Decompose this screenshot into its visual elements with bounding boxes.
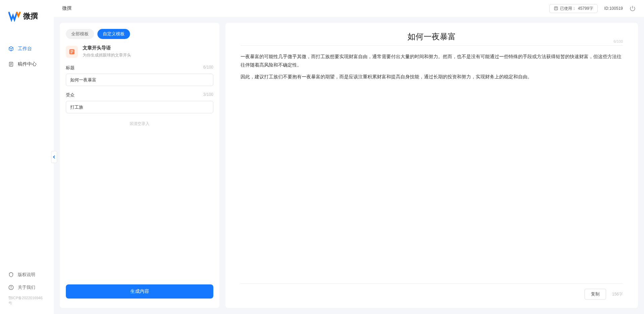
- usage-badge[interactable]: 已使用： 45799字: [549, 4, 597, 13]
- power-icon[interactable]: [630, 5, 636, 11]
- doc-icon: [8, 62, 14, 67]
- article-title-row: 如何一夜暴富 6/100: [241, 31, 623, 46]
- topbar: 微撰 已使用： 45799字 ID:100519: [54, 0, 644, 17]
- template-tabs: 全部模板 自定义模板: [60, 29, 219, 39]
- text-icon: [554, 6, 558, 11]
- cube-icon: [8, 46, 14, 51]
- audience-input[interactable]: [66, 101, 213, 113]
- template-name: 文章开头导语: [83, 45, 131, 51]
- output-panel: 如何一夜暴富 6/100 一夜暴富的可能性几乎微乎其微，而打工族想要实现财富自由…: [225, 23, 638, 308]
- template-header: 文章开头导语 为你生成抓眼球的文章开头: [60, 45, 219, 58]
- main-area: 微撰 已使用： 45799字 ID:100519 全部模板 自定义模板: [54, 0, 644, 314]
- sidebar-bottom: 版权说明 关于我们 鄂ICP备2022016946号: [0, 268, 54, 314]
- sidebar-item-label: 稿件中心: [18, 61, 37, 67]
- title-field-group: 标题 6/100: [60, 65, 219, 86]
- sidebar: 微撰 工作台 稿件中心: [0, 0, 54, 314]
- output-word-count: 156字: [612, 291, 623, 297]
- input-panel: 全部模板 自定义模板 文章开头导语 为你生成抓眼球的文章开头 标题: [60, 23, 219, 308]
- logo-icon: [8, 10, 20, 22]
- article-body: 一夜暴富的可能性几乎微乎其微，而打工族想要实现财富自由，通常需要付出大量的时间和…: [241, 52, 623, 85]
- tab-custom-templates[interactable]: 自定义模板: [97, 29, 130, 39]
- chevron-left-icon: [53, 155, 55, 159]
- usage-prefix: 已使用：: [560, 6, 576, 11]
- topbar-right: 已使用： 45799字 ID:100519: [549, 4, 636, 13]
- template-info: 文章开头导语 为你生成抓眼球的文章开头: [83, 45, 131, 58]
- sidebar-item-label: 工作台: [18, 46, 32, 52]
- logo: 微撰: [0, 10, 54, 22]
- audience-char-count: 3/100: [203, 92, 213, 98]
- audience-label: 受众: [66, 92, 75, 98]
- user-id: ID:100519: [604, 6, 623, 11]
- sidebar-collapse-handle[interactable]: [51, 151, 57, 163]
- info-icon: [8, 285, 14, 290]
- article-paragraph: 因此，建议打工族们不要抱有一夜暴富的期望，而是应该注重积累财富和提高自身技能，通…: [241, 73, 623, 81]
- sidebar-item-workbench[interactable]: 工作台: [0, 42, 54, 55]
- copy-button[interactable]: 复制: [585, 289, 606, 300]
- sidebar-item-copyright[interactable]: 版权说明: [0, 268, 54, 281]
- tab-all-templates[interactable]: 全部模板: [66, 29, 94, 39]
- shield-icon: [8, 272, 14, 277]
- content-area: 全部模板 自定义模板 文章开头导语 为你生成抓眼球的文章开头 标题: [54, 17, 644, 314]
- logo-text: 微撰: [23, 11, 38, 21]
- icp-text: 鄂ICP备2022016946号: [0, 294, 54, 307]
- title-label: 标题: [66, 65, 75, 71]
- article-paragraph: 一夜暴富的可能性几乎微乎其微，而打工族想要实现财富自由，通常需要付出大量的时间和…: [241, 52, 623, 69]
- sidebar-item-label: 关于我们: [18, 284, 35, 290]
- sidebar-item-label: 版权说明: [18, 272, 35, 278]
- svg-point-2: [11, 286, 11, 287]
- sidebar-item-about[interactable]: 关于我们: [0, 281, 54, 294]
- template-icon: [66, 46, 78, 58]
- template-desc: 为你生成抓眼球的文章开头: [83, 52, 131, 58]
- title-char-count: 6/100: [203, 65, 213, 71]
- generate-button[interactable]: 生成内容: [66, 284, 213, 299]
- usage-value: 45799字: [578, 6, 593, 11]
- article-title: 如何一夜暴富: [241, 31, 623, 42]
- article-title-count: 6/100: [613, 39, 623, 43]
- output-footer: 复制 156字: [241, 283, 623, 300]
- audience-field-group: 受众 3/100: [60, 92, 219, 113]
- clear-input-button[interactable]: ☒清空录入: [60, 119, 219, 128]
- page-title: 微撰: [62, 5, 72, 11]
- sidebar-item-drafts[interactable]: 稿件中心: [0, 58, 54, 71]
- title-input[interactable]: [66, 74, 213, 86]
